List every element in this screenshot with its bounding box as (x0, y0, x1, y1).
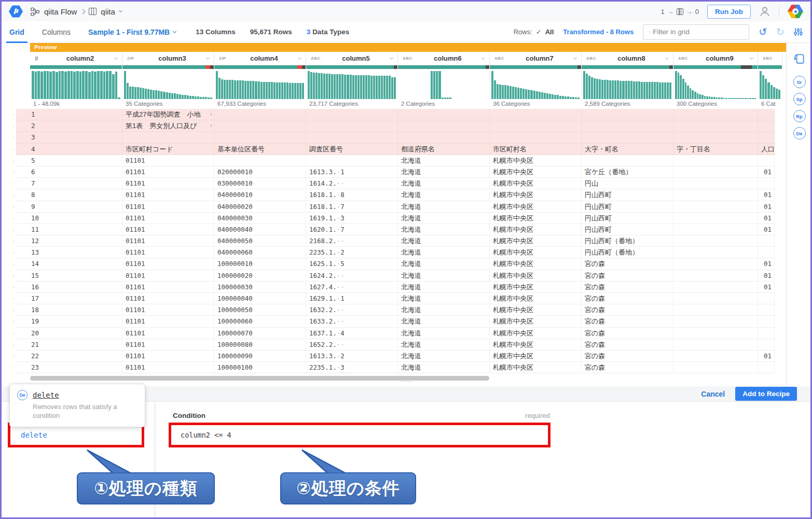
cell[interactable]: 札幌市中央区 (490, 189, 582, 201)
breadcrumb-flow-link[interactable]: qiita Flow (44, 7, 77, 16)
cell[interactable] (673, 120, 758, 132)
cell[interactable]: 01101 (122, 270, 214, 282)
cell[interactable]: 01101 (122, 282, 214, 293)
cell[interactable] (673, 189, 758, 201)
cell[interactable]: 040000050 (214, 235, 306, 247)
cell[interactable]: 札幌市中央区 (490, 166, 582, 178)
cell[interactable] (758, 120, 775, 132)
column-header-column5[interactable]: ABCcolumn5 (306, 52, 398, 65)
suggestion-icon-rp[interactable]: Rp (793, 110, 806, 122)
cell[interactable] (398, 132, 490, 143)
cell[interactable]: 12 (16, 235, 122, 247)
row-handle[interactable]: · (11, 120, 16, 132)
cell[interactable]: 札幌市中央区 (490, 316, 582, 327)
cell[interactable] (582, 109, 673, 120)
cell[interactable]: 040000060 (214, 247, 306, 258)
condition-input[interactable] (171, 431, 548, 439)
column-histogram[interactable] (758, 69, 782, 99)
cell[interactable]: 01101 (122, 155, 214, 166)
cell[interactable]: 9 (16, 201, 122, 213)
cell[interactable]: 北海道 (398, 293, 490, 304)
cell[interactable]: 01 (758, 213, 775, 224)
trifacta-logo-icon[interactable] (9, 5, 23, 18)
cell[interactable]: 札幌市中央区 (490, 350, 582, 362)
row-handle[interactable]: · (11, 339, 16, 350)
column-header-column2[interactable]: #column2 (30, 52, 122, 65)
cell[interactable]: 100000100 (214, 362, 306, 373)
cell[interactable]: 2235.1.·3 (306, 362, 398, 373)
cell[interactable]: 01 (758, 270, 775, 282)
cell[interactable] (673, 304, 758, 316)
cell[interactable]: 4 (16, 144, 122, 155)
column-header-column6[interactable]: ABCcolumn6 (398, 52, 490, 65)
cell[interactable]: 1618.1.·8 (306, 189, 398, 201)
cell[interactable]: 1632.2.·· (306, 304, 398, 316)
cell[interactable]: 札幌市中央区 (490, 339, 582, 350)
cell[interactable]: 1627.4.·· (306, 282, 398, 293)
cell[interactable] (673, 316, 758, 327)
cell[interactable]: 2235.1.·2 (306, 247, 398, 258)
cell[interactable] (673, 201, 758, 213)
cell[interactable]: 01101 (122, 247, 214, 258)
cell[interactable]: 宮の森 (582, 282, 673, 293)
row-handle[interactable]: · (11, 178, 16, 189)
redo-icon[interactable]: ↻ (776, 27, 785, 37)
cell[interactable] (490, 120, 582, 132)
tab-columns[interactable]: Columns (42, 21, 71, 43)
row-handle[interactable]: · (11, 328, 16, 339)
cell[interactable]: 円山西町 (582, 201, 673, 213)
cell[interactable]: 01 (758, 282, 775, 293)
row-handle[interactable]: · (11, 247, 16, 258)
data-quality-bar[interactable] (306, 65, 398, 69)
cancel-button[interactable]: Cancel (701, 390, 725, 398)
cell[interactable]: 字・丁目名 (673, 144, 758, 155)
cell[interactable]: 13 (16, 247, 122, 258)
cell[interactable]: 2168.2.·· (306, 235, 398, 247)
cell[interactable]: 北海道 (398, 350, 490, 362)
cell[interactable] (673, 328, 758, 339)
cell[interactable]: 14 (16, 258, 122, 270)
cell[interactable]: 宮の森 (582, 293, 673, 304)
cell[interactable]: 01101 (122, 224, 214, 235)
cell[interactable] (758, 132, 775, 143)
cell[interactable] (214, 132, 306, 143)
cell[interactable]: 北海道 (398, 201, 490, 213)
cell[interactable]: 01 (758, 258, 775, 270)
cell[interactable]: 札幌市中央区 (490, 247, 582, 258)
cell[interactable] (398, 109, 490, 120)
cell[interactable]: 19 (16, 316, 122, 327)
column-header-truncated[interactable]: ABC (758, 52, 782, 65)
row-handle[interactable]: · (11, 293, 16, 304)
cell[interactable]: 01101 (122, 258, 214, 270)
cell[interactable]: 1614.2.·· (306, 178, 398, 189)
cell[interactable] (673, 362, 758, 373)
cell[interactable] (122, 132, 214, 143)
cell[interactable] (673, 166, 758, 178)
cell[interactable] (758, 235, 775, 247)
cell[interactable]: 宮の森 (582, 270, 673, 282)
cell[interactable]: 北海道 (398, 166, 490, 178)
row-handle[interactable]: · (11, 224, 16, 235)
cell[interactable]: 円山西町（番地） (582, 247, 673, 258)
cell[interactable]: 円山西町（番地） (582, 235, 673, 247)
cell[interactable] (306, 132, 398, 143)
cell[interactable] (673, 293, 758, 304)
cell[interactable] (673, 258, 758, 270)
cell[interactable]: 20 (16, 328, 122, 339)
cell[interactable]: 100000010 (214, 258, 306, 270)
cell[interactable]: 北海道 (398, 247, 490, 258)
user-profile-icon[interactable] (759, 6, 770, 17)
cell[interactable] (673, 224, 758, 235)
cell[interactable]: 5 (16, 155, 122, 166)
cell[interactable] (673, 350, 758, 362)
column-histogram[interactable] (122, 69, 214, 99)
cell[interactable]: 札幌市中央区 (490, 270, 582, 282)
sample-selector[interactable]: Sample 1 - First 9.77MB (88, 28, 176, 36)
cell[interactable]: 北海道 (398, 316, 490, 327)
cell[interactable]: 01101 (122, 350, 214, 362)
column-histogram[interactable] (214, 69, 306, 99)
cell[interactable]: 宮の森 (582, 316, 673, 327)
cell[interactable]: 1629.1.·1 (306, 293, 398, 304)
cell[interactable]: 040000030 (214, 213, 306, 224)
filter-input[interactable] (653, 28, 745, 36)
